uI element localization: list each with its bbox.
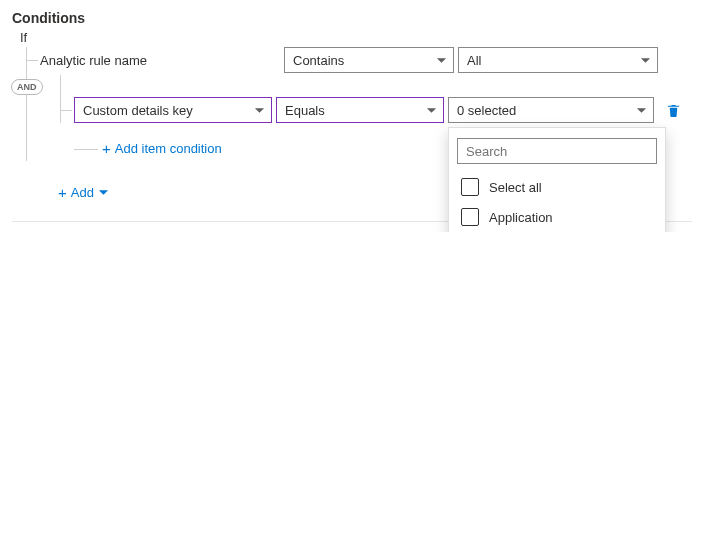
operator-dropdown[interactable]: Contains xyxy=(284,47,454,73)
condition-row: Custom details key Equals 0 selected xyxy=(60,97,692,123)
value-text: 0 selected xyxy=(457,103,516,118)
delete-button[interactable] xyxy=(666,103,681,118)
add-item-condition-button[interactable]: + Add item condition xyxy=(102,141,222,156)
operator-value: Contains xyxy=(293,53,344,68)
field-value: Custom details key xyxy=(83,103,193,118)
option-label: Application xyxy=(489,210,553,225)
condition-row: Analytic rule name Contains All xyxy=(26,47,692,73)
option-item[interactable]: Application xyxy=(457,202,657,232)
chevron-down-icon xyxy=(425,104,437,116)
link-text: Add xyxy=(71,185,94,200)
add-button[interactable]: + Add xyxy=(58,185,110,200)
checkbox-icon xyxy=(461,208,479,226)
plus-icon: + xyxy=(102,141,111,156)
chevron-down-icon xyxy=(639,54,651,66)
value-dropdown[interactable]: 0 selected xyxy=(448,97,654,123)
and-badge: AND xyxy=(11,79,43,95)
value-text: All xyxy=(467,53,481,68)
if-label: If xyxy=(20,30,692,45)
options-list[interactable]: Select all Application AssetName As xyxy=(457,172,657,232)
chevron-down-icon xyxy=(635,104,647,116)
link-text: Add item condition xyxy=(115,141,222,156)
value-dropdown-panel: Select all Application AssetName As xyxy=(448,127,666,232)
value-dropdown[interactable]: All xyxy=(458,47,658,73)
chevron-down-icon xyxy=(253,104,265,116)
field-label: Analytic rule name xyxy=(40,53,280,68)
plus-icon: + xyxy=(58,185,67,200)
checkbox-icon xyxy=(461,178,479,196)
option-select-all[interactable]: Select all xyxy=(457,172,657,202)
field-dropdown[interactable]: Custom details key xyxy=(74,97,272,123)
option-label: Select all xyxy=(489,180,542,195)
section-title: Conditions xyxy=(12,10,692,26)
chevron-down-icon xyxy=(435,54,447,66)
chevron-down-icon xyxy=(98,187,110,199)
search-input[interactable] xyxy=(457,138,657,164)
operator-dropdown[interactable]: Equals xyxy=(276,97,444,123)
trash-icon xyxy=(666,103,681,118)
operator-value: Equals xyxy=(285,103,325,118)
